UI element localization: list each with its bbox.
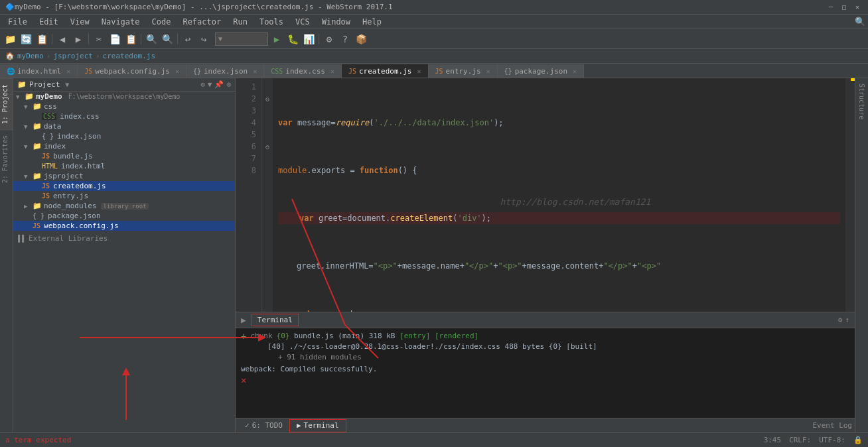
tab-index-html-close[interactable]: ✕ — [66, 68, 70, 75]
breadcrumb-file[interactable]: createdom.js — [103, 52, 155, 60]
toolbar-back-icon[interactable]: ◀ — [55, 32, 70, 46]
status-encoding: UTF-8: — [819, 436, 845, 444]
tree-index-html-file[interactable]: HTML index.html — [13, 161, 235, 171]
menu-edit[interactable]: Edit — [34, 16, 64, 28]
gutter-fold-6[interactable]: ⊖ — [262, 141, 273, 153]
run-config-dropdown[interactable]: ▼ — [215, 32, 268, 46]
tab-package-json[interactable]: {} package.json ✕ — [498, 64, 585, 78]
event-log-label[interactable]: Event Log — [812, 421, 852, 430]
toolbar-project-icon[interactable]: 📁 — [3, 32, 17, 46]
tree-root-mydemo[interactable]: ▼ 📁 myDemo F:\webstorm\workspace\myDemo — [13, 92, 235, 101]
tab-createdom-close[interactable]: ✕ — [417, 68, 421, 75]
toolbar-cut-icon[interactable]: ✂ — [92, 32, 106, 46]
toolbar-sep2 — [88, 34, 89, 44]
tree-webpack-config[interactable]: JS webpack.config.js — [13, 221, 235, 231]
search-everywhere-icon[interactable]: 🔍 — [855, 17, 865, 27]
tab-json-close[interactable]: ✕ — [253, 68, 257, 75]
panel-tab-structure[interactable]: Structure — [857, 78, 867, 125]
project-settings-icon[interactable]: ⚙ — [200, 80, 205, 89]
toolbar-debug-icon[interactable]: 🐛 — [285, 32, 300, 46]
tab-createdom[interactable]: JS createdom.js ✕ — [342, 64, 429, 78]
menu-refactor[interactable]: Refactor — [177, 16, 226, 28]
bottom-right-area: Event Log — [812, 421, 852, 430]
toolbar-find-icon[interactable]: 🔍 — [144, 32, 159, 46]
tree-createdom-js[interactable]: JS createdom.js — [13, 181, 235, 191]
minimize-button[interactable]: ─ — [826, 2, 836, 13]
tab-index-html[interactable]: 🌐 index.html ✕ — [0, 64, 78, 78]
tree-entry-js[interactable]: JS entry.js — [13, 191, 235, 201]
ln-6: 6 — [236, 141, 256, 153]
terminal-expand-icon[interactable]: ↑ — [845, 316, 849, 324]
toolbar-icon3[interactable]: 📋 — [35, 32, 49, 46]
menu-tools[interactable]: Tools — [254, 16, 289, 28]
createdom-js-label: createdom.js — [53, 182, 106, 190]
code-plus1: +message.name+ — [398, 260, 465, 272]
index-html-label: index.html — [61, 162, 105, 170]
tree-css-folder[interactable]: ▼ 📁 css — [13, 101, 235, 111]
tree-external-libs[interactable]: ▐▐ External Libraries — [13, 233, 235, 243]
toolbar-paste-icon[interactable]: 📋 — [123, 32, 138, 46]
tab-entry[interactable]: JS entry.js ✕ — [429, 64, 498, 78]
tree-index-folder[interactable]: ▼ 📁 index — [13, 141, 235, 151]
terminal-settings-icon[interactable]: ⚙ — [838, 316, 843, 324]
menu-view[interactable]: View — [65, 16, 95, 28]
tab-index-css[interactable]: CSS index.css ✕ — [264, 64, 342, 78]
panel-tab-project[interactable]: 1: Project — [0, 78, 13, 129]
tab-webpack-close[interactable]: ✕ — [175, 68, 179, 75]
tab-pkg-icon: {} — [504, 68, 512, 75]
project-pin-icon[interactable]: 📌 — [214, 80, 224, 89]
bottom-tab-todo[interactable]: ✓ 6: TODO — [238, 419, 289, 432]
tree-data-folder[interactable]: ▼ 📁 data — [13, 121, 235, 131]
code-editor[interactable]: 1 2 3 4 5 6 7 8 ⊖ — [236, 78, 855, 312]
toolbar-sep4 — [177, 34, 178, 44]
menu-file[interactable]: File — [3, 16, 33, 28]
close-button[interactable]: ✕ — [852, 2, 863, 13]
code-lines[interactable]: var message=require('./../../data/index.… — [273, 78, 845, 312]
gutter-fold-2[interactable]: ⊖ — [262, 93, 273, 105]
css-arrow-icon: ▼ — [24, 103, 31, 110]
code-path-str: './../../data/index.json' — [374, 117, 494, 129]
menu-vcs[interactable]: VCS — [290, 16, 315, 28]
tab-index-json[interactable]: {} index.json ✕ — [186, 64, 264, 78]
toolbar-sync-icon[interactable]: 🔄 — [19, 32, 33, 46]
toolbar-redo-icon[interactable]: ↪ — [196, 32, 211, 46]
toolbar-undo-icon[interactable]: ↩ — [181, 32, 195, 46]
tree-index-css[interactable]: CSS index.css — [13, 111, 235, 121]
breadcrumb-sep1: › — [46, 52, 51, 60]
menu-code[interactable]: Code — [147, 16, 177, 28]
toolbar-copy-icon[interactable]: 📄 — [108, 32, 122, 46]
tab-webpack-config[interactable]: JS webpack.config.js ✕ — [78, 64, 186, 78]
tree-bundle-js[interactable]: JS bundle.js — [13, 151, 235, 161]
tree-package-json[interactable]: { } package.json — [13, 211, 235, 221]
toolbar-find2-icon[interactable]: 🔍 — [160, 32, 175, 46]
menu-run[interactable]: Run — [228, 16, 253, 28]
terminal-line-add: + chunk {0} bundle.js (main) 318 kB [ent… — [241, 331, 849, 342]
toolbar-coverage-icon[interactable]: 📊 — [301, 32, 316, 46]
toolbar-run-icon[interactable]: ▶ — [269, 32, 284, 46]
tree-index-json-file[interactable]: { } index.json — [13, 131, 235, 141]
tree-node-modules[interactable]: ▶ 📁 node_modules library root — [13, 201, 235, 211]
tab-entry-close[interactable]: ✕ — [486, 68, 490, 75]
toolbar-npm-icon[interactable]: 📦 — [354, 32, 368, 46]
terminal-tab-main[interactable]: Terminal — [252, 314, 299, 326]
maximize-button[interactable]: □ — [839, 2, 849, 13]
menu-help[interactable]: Help — [357, 16, 387, 28]
tab-webpack-icon: JS — [84, 68, 92, 75]
bottom-tab-terminal[interactable]: ▶ Terminal — [289, 419, 346, 432]
toolbar-forward-icon[interactable]: ▶ — [71, 32, 86, 46]
toolbar-help-icon[interactable]: ? — [338, 32, 352, 46]
pkg-json-icon: { } — [33, 212, 44, 220]
tab-pkg-close[interactable]: ✕ — [573, 68, 577, 75]
breadcrumb-js-folder[interactable]: jsproject — [53, 52, 93, 60]
menu-navigate[interactable]: Navigate — [96, 16, 145, 28]
breadcrumb-project[interactable]: myDemo — [17, 52, 44, 60]
project-gear-icon[interactable]: ⚙ — [226, 80, 231, 89]
panel-tab-favorites[interactable]: 2: Favorites — [0, 129, 13, 188]
toolbar-vcs-icon[interactable]: ⚙ — [322, 32, 336, 46]
tree-jsproject-folder[interactable]: ▼ 📁 jsproject — [13, 171, 235, 181]
menu-window[interactable]: Window — [317, 16, 356, 28]
bottom-tabs: ✓ 6: TODO ▶ Terminal Event Log — [236, 418, 855, 432]
project-collapse-icon[interactable]: ▼ — [208, 80, 212, 89]
tab-css-close[interactable]: ✕ — [330, 68, 334, 75]
project-tree: ▼ 📁 myDemo F:\webstorm\workspace\myDemo … — [13, 92, 235, 432]
